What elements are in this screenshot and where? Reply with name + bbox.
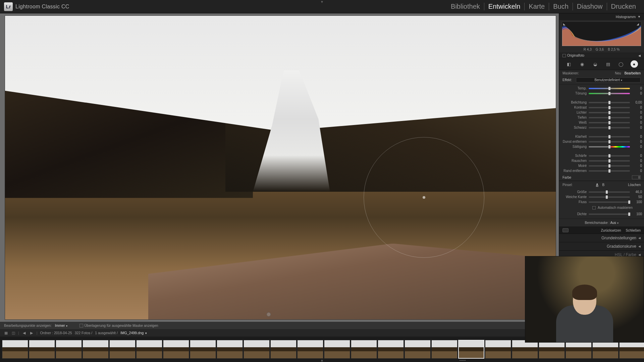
nav-diashow[interactable]: Diashow — [573, 3, 607, 10]
thumbnail[interactable]: ••••• — [458, 340, 484, 359]
highlight-clip-icon[interactable]: ◢ — [637, 22, 640, 26]
slider-rauschen[interactable]: Rauschen0 — [561, 158, 642, 163]
thumbnail[interactable] — [2, 340, 28, 359]
close-button[interactable]: Schließen — [626, 229, 641, 232]
app-title: Lightroom Classic CC — [15, 4, 69, 10]
thumbnail[interactable] — [29, 340, 55, 359]
slider-moir-[interactable]: Moiré0 — [561, 163, 642, 168]
slider-belichtung[interactable]: Belichtung0,00 — [561, 100, 642, 105]
slider-schwarz[interactable]: Schwarz0 — [561, 125, 642, 130]
photo-count: 322 Fotos / — [75, 331, 93, 335]
color-row: Farbe — [559, 174, 644, 181]
effect-row: Effekt: Benutzerdefiniert ▾ — [559, 76, 644, 84]
compare-view-button[interactable]: ◫ — [11, 330, 15, 335]
panel-grundeinstellungen[interactable]: Grundeinstellungen◀ — [559, 234, 644, 242]
gradient-tool[interactable]: ▤ — [604, 60, 612, 68]
nav-buch[interactable]: Buch — [549, 3, 573, 10]
brush-a-button[interactable]: A — [596, 183, 598, 187]
nav-entwickeln[interactable]: Entwickeln — [484, 3, 525, 10]
slider-t-nung[interactable]: Tönung0 — [561, 91, 642, 96]
original-photo-toggle[interactable]: Originalfoto ◀ — [559, 53, 644, 58]
slider-dunst-entfernen[interactable]: Dunst entfernen0 — [561, 139, 642, 144]
prev-photo-button[interactable]: ◀ — [22, 330, 26, 335]
brush-weiche-kante[interactable]: Weiche Kante50 — [561, 194, 642, 199]
adjustment-pin[interactable] — [267, 312, 271, 316]
thumbnail[interactable] — [431, 340, 458, 359]
slider-kontrast[interactable]: Kontrast0 — [561, 105, 642, 110]
slider-klarheit[interactable]: Klarheit0 — [561, 134, 642, 139]
breadcrumb[interactable]: Ordner : 2018-04-25 — [40, 331, 72, 335]
slider-rand-entfernen[interactable]: Rand entfernen0 — [561, 168, 642, 173]
thumbnail[interactable] — [485, 340, 511, 359]
slider-wei-[interactable]: Weiß0 — [561, 120, 642, 125]
brush-erase-button[interactable]: Löschen — [628, 183, 641, 187]
thumbnail[interactable] — [405, 340, 431, 359]
panel-bottom-handle[interactable]: ▲ — [320, 358, 324, 362]
effect-preset-select[interactable]: Benutzerdefiniert ▾ — [576, 77, 641, 82]
crop-tool[interactable]: ◧ — [565, 60, 573, 68]
checkbox-icon[interactable] — [562, 54, 566, 57]
mask-new-button[interactable]: Neu — [615, 71, 621, 75]
brush-b-button[interactable]: B — [602, 183, 605, 187]
slider-temp-[interactable]: Temp.0 — [561, 86, 642, 91]
edit-pins-mode-select[interactable]: Immer ▾ — [55, 323, 67, 327]
panel-gradationskurve[interactable]: Gradationskurve◀ — [559, 242, 644, 250]
panel-top-handle[interactable]: ▼ — [320, 0, 324, 4]
thumbnail[interactable] — [217, 340, 243, 359]
histogram-header[interactable]: Histogramm▼ — [559, 13, 644, 20]
brush-dichte[interactable]: Dichte100 — [561, 212, 642, 217]
thumbnail[interactable] — [351, 340, 377, 359]
current-filename[interactable]: IMG_2499.dng ▼ — [120, 331, 147, 335]
overlay-toggle[interactable]: Überlagerung für ausgewählte Maske anzei… — [79, 323, 158, 328]
thumbnail[interactable] — [163, 340, 189, 359]
brush-tool[interactable]: ● — [631, 60, 638, 68]
range-mask-row[interactable]: Bereichsmaske : Aus ▾ — [559, 219, 644, 227]
thumbnail[interactable] — [324, 340, 350, 359]
brush-fluss[interactable]: Fluss100 — [561, 199, 642, 204]
nav-karte[interactable]: Karte — [525, 3, 549, 10]
thumbnail[interactable] — [592, 340, 619, 359]
auto-mask-row[interactable]: Automatisch maskieren — [559, 205, 644, 210]
slider-lichter[interactable]: Lichter0 — [561, 110, 642, 115]
canvas-area[interactable] — [0, 13, 559, 322]
thumbnail[interactable] — [136, 340, 162, 359]
slider-sch-rfe[interactable]: Schärfe0 — [561, 153, 642, 158]
thumbnail[interactable] — [270, 340, 297, 359]
brush-label: Pinsel: — [562, 183, 573, 187]
panel-toggle-switch[interactable] — [562, 228, 569, 232]
slider-s-ttigung[interactable]: Sättigung0 — [561, 144, 642, 149]
color-swatch-picker[interactable] — [632, 175, 641, 179]
effect-label: Effekt: — [562, 78, 572, 82]
thumbnail[interactable] — [619, 340, 644, 359]
thumbnail[interactable] — [566, 340, 592, 359]
module-nav: BibliothekEntwickelnKarteBuchDiashowDruc… — [447, 3, 640, 10]
nav-drucken[interactable]: Drucken — [607, 3, 640, 10]
grid-view-button[interactable]: ▦ — [3, 330, 8, 335]
spot-tool[interactable]: ◉ — [578, 60, 586, 68]
thumbnail[interactable] — [83, 340, 109, 359]
thumbnail[interactable] — [378, 340, 404, 359]
slider-tiefen[interactable]: Tiefen0 — [561, 115, 642, 120]
thumbnail[interactable] — [56, 340, 82, 359]
mask-edit-button[interactable]: Bearbeiten — [625, 71, 641, 75]
shadow-clip-icon[interactable]: ◣ — [563, 22, 567, 26]
brush-tabs-row: Pinsel: A B Löschen — [559, 182, 644, 188]
thumbnail[interactable] — [512, 340, 538, 359]
redeye-tool[interactable]: ◒ — [591, 60, 599, 68]
brush-gr-e[interactable]: Größe46,0 — [561, 189, 642, 194]
reset-button[interactable]: Zurücksetzen — [601, 229, 621, 232]
main-photo[interactable] — [5, 15, 556, 320]
thumbnail[interactable] — [539, 340, 565, 359]
nav-bibliothek[interactable]: Bibliothek — [447, 3, 484, 10]
next-photo-button[interactable]: ▶ — [29, 330, 34, 335]
thumbnail[interactable] — [190, 340, 216, 359]
thumbnail[interactable] — [109, 340, 136, 359]
radial-tool[interactable]: ◯ — [618, 60, 625, 68]
mask-label: Maskieren: — [562, 71, 579, 75]
thumbnail[interactable] — [297, 340, 323, 359]
checkbox-icon[interactable] — [592, 206, 596, 209]
thumbnail[interactable] — [244, 340, 270, 359]
histogram-rgb-readout: R 4,3 G 3,6 B 2,5 % — [559, 47, 644, 53]
histogram[interactable]: ◣ ◢ — [562, 21, 641, 46]
edit-pins-label: Bearbeitungspunkte anzeigen: — [4, 323, 52, 327]
